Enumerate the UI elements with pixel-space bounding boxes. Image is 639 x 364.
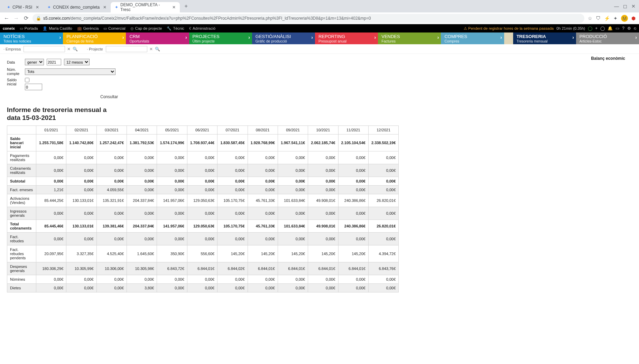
empresa-input[interactable]	[24, 46, 65, 52]
bolt-icon[interactable]: ⚡	[604, 16, 610, 21]
cell-value: 0,00€	[157, 207, 187, 220]
row-label: Nòmines	[7, 275, 36, 283]
module-produccio[interactable]: PRODUCCIÓArticles-Estoc›	[576, 32, 639, 44]
menu-tecnic[interactable]: 🔧Tècnic	[167, 26, 184, 31]
saldo-input[interactable]	[25, 84, 42, 90]
module-title: REPORTING	[318, 34, 374, 39]
home-icon: ▭	[20, 26, 23, 31]
close-tab-icon[interactable]: ✕	[103, 5, 106, 10]
form-row-compte: Núm. compte Tots	[7, 67, 632, 76]
table-row: Activacions (Vendes)85.444,25€130.133,01…	[7, 194, 399, 207]
module-tresoreria[interactable]: TRESORERIATresoreria mensual›	[513, 32, 576, 44]
tab-title: DEMO_COMPLETA - Tresc	[120, 2, 169, 12]
saldo-checkbox[interactable]	[25, 78, 29, 82]
cell-value: 0,00€	[308, 232, 338, 245]
cell-value: 10.306,00€	[96, 262, 127, 275]
year-input[interactable]	[47, 59, 61, 65]
cell-value: 130.133,01€	[66, 194, 96, 207]
module-projectes[interactable]: PROJECTESÚltim projecte›	[189, 32, 252, 44]
warning-message[interactable]: ⚠ Pendent de registrar hores de la setma…	[464, 26, 554, 31]
gear-icon[interactable]: ⚙	[627, 26, 631, 31]
module-noticies[interactable]: NOTÍCIESTotes les noticies›	[0, 32, 63, 44]
tab-favicon-icon: ✦	[7, 5, 10, 10]
clear-empresa-icon[interactable]: ✕	[67, 47, 71, 52]
cell-value: 145,20€	[308, 245, 338, 262]
search-empresa-icon[interactable]: 🔍	[73, 47, 78, 52]
extensions-icon[interactable]: ✦	[613, 16, 618, 21]
logout-icon[interactable]: ⎋	[634, 26, 636, 31]
module-crm[interactable]: CRMOportunitats›	[126, 32, 189, 44]
close-tab-icon[interactable]: ✕	[36, 5, 39, 10]
reload-icon[interactable]: ⟳	[23, 15, 29, 21]
help-icon[interactable]: ?	[622, 26, 624, 31]
bell-icon[interactable]: 🔔	[608, 26, 613, 31]
cell-value: 0,00€	[66, 164, 96, 177]
row-label: Subtotal	[7, 177, 36, 185]
back-icon[interactable]: ←	[3, 15, 10, 21]
search-projecte-icon[interactable]: 🔍	[155, 47, 160, 52]
projecte-input[interactable]	[106, 46, 147, 52]
close-window-icon[interactable]: ✕	[631, 3, 636, 9]
cell-value: 45.761,33€	[248, 220, 278, 232]
cell-value: 0,00€	[66, 151, 96, 164]
record-icon[interactable]: ◯	[588, 26, 592, 31]
module-tab-spacer[interactable]	[504, 32, 513, 44]
cell-value: 0,00€	[157, 283, 187, 292]
row-label: Dietes	[7, 283, 36, 292]
close-tab-icon[interactable]: ✕	[172, 5, 176, 10]
shield-icon[interactable]: ⛉	[596, 16, 601, 21]
star-icon[interactable]: ☆	[588, 16, 592, 21]
cell-value: 145,20€	[248, 245, 278, 262]
maximize-icon[interactable]: ◻	[623, 3, 627, 9]
browser-tab[interactable]: ✦DEMO_COMPLETA - Tresc✕	[111, 2, 180, 12]
cell-value: 1.645,60€	[127, 245, 157, 262]
new-tab-button[interactable]: +	[181, 1, 191, 11]
menu-user[interactable]: 👤María Castillo	[43, 26, 72, 31]
menu-gerencia[interactable]: 💼Gerència	[77, 26, 99, 31]
cell-value: 49.908,01€	[308, 194, 338, 207]
url-field[interactable]: 🔒 s5.coneix.com/demo_completa/Coneix2/mv…	[33, 14, 584, 23]
menu-administracio[interactable]: €Administració	[189, 26, 215, 30]
range-select[interactable]: 12 mesos	[64, 59, 90, 65]
consultar-button[interactable]: Consultar	[100, 94, 118, 99]
window-controls: — ◻ ✕	[614, 3, 639, 9]
menu-portada[interactable]: ▭Portada	[20, 26, 38, 31]
menu-cap-projecte[interactable]: ◎Cap de projecte	[130, 26, 162, 31]
minimize-icon[interactable]: —	[614, 3, 619, 9]
cell-value: 0,00€	[157, 164, 187, 177]
box-icon[interactable]: ▭	[615, 26, 619, 31]
cell-value: 0,00€	[127, 185, 157, 194]
cell-value: 0,00€	[248, 275, 278, 283]
cell-value: 6.844,01€	[308, 262, 338, 275]
table-row: Subtotal0,00€0,00€0,00€0,00€0,00€0,00€0,…	[7, 177, 399, 185]
module-subtitle: Articles-Estoc	[580, 39, 636, 43]
brand-logo[interactable]: coneix	[3, 26, 15, 30]
browser-tab[interactable]: ✦CPM - RSI✕	[3, 2, 43, 12]
adblock-icon[interactable]: ⬢	[631, 16, 636, 21]
module-title: TRESORERIA	[517, 34, 573, 39]
module-vendes[interactable]: VENDESFactures›	[378, 32, 441, 44]
cell-value: 1.255.701,58€	[36, 134, 66, 151]
circle-icon[interactable]: ◯	[600, 26, 605, 31]
module-title: VENDES	[381, 34, 437, 39]
module-compres[interactable]: COMPRESCompres›	[441, 32, 504, 44]
module-gestio[interactable]: GESTIÓ/ANÀLISIGràfic de producció›	[252, 32, 315, 44]
forward-icon[interactable]: →	[13, 15, 19, 21]
module-planificacio[interactable]: PLANIFICACIÓCàrrega de feina›	[63, 32, 126, 44]
month-select[interactable]: gener	[25, 59, 44, 65]
clear-projecte-icon[interactable]: ✕	[149, 47, 153, 52]
chevron-right-icon: ›	[374, 35, 376, 40]
month-header: 04/2021	[127, 125, 157, 134]
module-reporting[interactable]: REPORTINGPressupost anual›	[315, 32, 378, 44]
cell-value: 0,00€	[308, 275, 338, 283]
month-header: 10/2021	[308, 125, 338, 134]
browser-tab[interactable]: ✦CONEIX demo_completa✕	[43, 2, 111, 12]
num-compte-select[interactable]: Tots	[25, 68, 115, 75]
chevron-right-icon: ›	[572, 35, 574, 40]
profile-avatar-icon[interactable]: M	[621, 15, 628, 22]
balance-economic-link[interactable]: Balanç econòmic	[591, 56, 625, 61]
cell-value: 141.957,06€	[157, 194, 187, 207]
cell-value: 0,00€	[36, 177, 66, 185]
add-icon[interactable]: +	[595, 26, 598, 31]
menu-comercial[interactable]: ▭Comercial	[103, 26, 126, 31]
